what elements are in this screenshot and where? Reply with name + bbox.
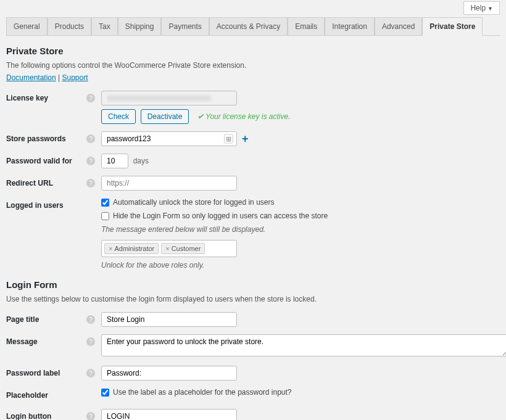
tab-advanced[interactable]: Advanced [375,17,422,35]
add-password-icon[interactable]: + [242,133,249,146]
tab-emails[interactable]: Emails [288,17,325,35]
password-valid-label: Password valid for [6,154,86,165]
tab-tax[interactable]: Tax [91,17,118,35]
login-form-heading: Login Form [6,279,500,290]
store-passwords-label: Store passwords [6,131,86,143]
help-label: Help [470,4,486,12]
tab-shipping[interactable]: Shipping [118,17,162,35]
help-icon[interactable]: ? [86,94,95,102]
page-heading: Private Store [6,46,500,56]
tab-general[interactable]: General [6,17,48,35]
help-icon[interactable]: ? [86,179,95,187]
login-button-input[interactable] [101,409,237,420]
placeholder-checkbox-label: Use the label as a placeholder for the p… [113,388,292,397]
roles-note: Unlock for the above roles only. [101,261,500,270]
placeholder-label: Placeholder [6,388,86,400]
check-button[interactable]: Check [101,109,136,124]
password-label-label: Password label [6,366,86,377]
remove-tag-icon[interactable]: × [109,245,112,252]
help-icon[interactable]: ? [86,369,95,377]
password-valid-input[interactable] [101,154,128,168]
license-key-label: License key [6,91,86,102]
roles-select[interactable]: ×Administrator ×Customer [101,240,237,257]
tab-products[interactable]: Products [48,17,91,35]
logged-in-users-label: Logged in users [6,198,86,210]
days-unit: days [133,157,149,165]
page-title-input[interactable] [101,312,237,327]
settings-tabs: General Products Tax Shipping Payments A… [6,17,500,36]
help-icon[interactable]: ? [86,337,95,346]
hide-note: The message entered below will still be … [101,225,500,234]
hide-login-form-checkbox[interactable] [101,212,109,220]
tab-integration[interactable]: Integration [325,17,375,35]
placeholder-checkbox[interactable] [101,389,109,397]
remove-tag-icon[interactable]: × [165,245,169,252]
redirect-url-label: Redirect URL [6,176,86,187]
store-password-input[interactable] [101,131,237,146]
message-textarea[interactable]: Enter your password to unlock the privat… [101,334,506,356]
auto-unlock-label: Automatically unlock the store for logge… [113,198,274,207]
role-tag: ×Administrator [104,243,159,254]
help-icon[interactable]: ? [86,157,95,165]
deactivate-button[interactable]: Deactivate [141,109,189,124]
help-icon[interactable]: ? [86,134,95,143]
caret-down-icon: ▼ [487,6,493,12]
intro-text: The following options control the WooCom… [6,61,500,70]
tab-accounts[interactable]: Accounts & Privacy [209,17,288,35]
help-icon[interactable]: ? [86,412,95,420]
login-button-label: Login button [6,409,86,420]
help-icon[interactable]: ? [86,315,95,324]
help-tab[interactable]: Help▼ [463,1,500,15]
hide-login-form-label: Hide the Login Form so only logged in us… [113,212,328,220]
redirect-url-input[interactable] [101,176,237,191]
auto-unlock-checkbox[interactable] [101,199,109,207]
tab-private-store[interactable]: Private Store [422,17,483,36]
documentation-link[interactable]: Documentation [6,73,56,82]
password-label-input[interactable] [101,366,237,381]
role-tag: ×Customer [161,243,205,254]
page-title-label: Page title [6,312,86,324]
password-manager-icon[interactable]: ⊞ [224,134,233,144]
license-key-input[interactable] [101,91,237,105]
message-label: Message [6,334,86,346]
login-form-desc: Use the settings below to customise the … [6,295,500,303]
tab-payments[interactable]: Payments [161,17,209,35]
support-link[interactable]: Support [62,73,88,82]
license-status: Your license key is active. [197,112,291,121]
